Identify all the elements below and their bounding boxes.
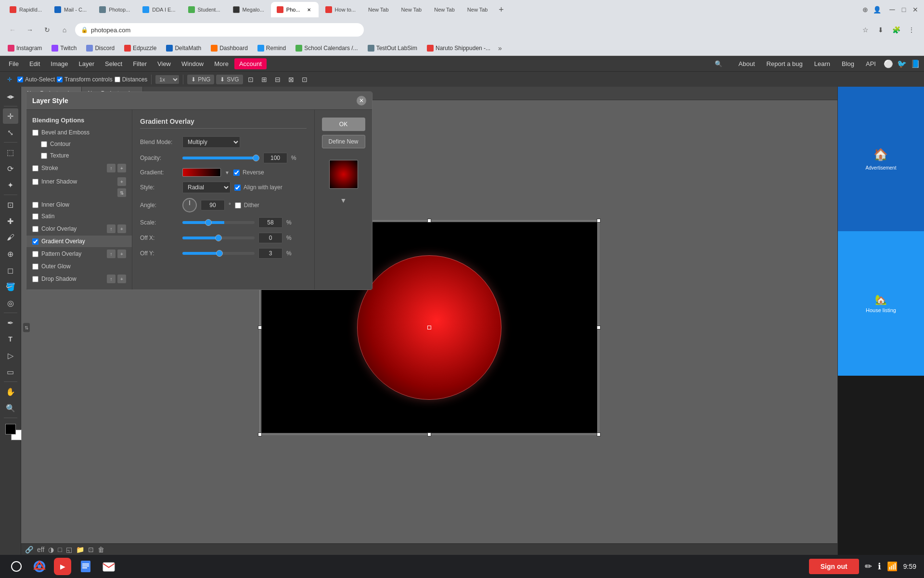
bookmark-edpuzzle[interactable]: Edpuzzle [120,44,160,53]
close-btn[interactable]: ✕ [911,5,920,14]
shape-tool[interactable]: ▭ [3,364,18,380]
contour-item[interactable]: Contour [26,138,132,150]
home-btn[interactable]: ⌂ [58,23,71,37]
style-select[interactable]: Radial Linear Angle Reflected Diamond [182,182,231,193]
heal-tool[interactable]: ✚ [3,213,18,229]
transform-controls-checkbox[interactable]: Transform controls [57,76,113,83]
bookmark-btn[interactable]: ☆ [859,23,872,37]
crop-tool[interactable]: ⊡ [3,197,18,212]
pattern-overlay-up-btn[interactable]: ↑ [107,250,116,258]
align-top-btn[interactable]: ⊠ [285,74,297,85]
gradient-picker[interactable] [182,168,221,177]
opacity-slider[interactable] [182,157,259,159]
more-btn[interactable]: ⋮ [905,23,918,37]
tab-notion[interactable]: Megalo... [227,2,270,17]
handle-bm[interactable] [427,433,431,436]
tab-dda[interactable]: DDA I E... [137,2,181,17]
facebook-icon[interactable]: 📘 [911,59,920,68]
mask-icon[interactable]: ◱ [66,546,72,553]
color-overlay-check[interactable] [32,226,38,232]
offy-slider[interactable] [182,252,255,255]
menu-file[interactable]: File [4,58,24,69]
blend-mode-select[interactable]: Multiply Normal Screen Overlay [182,136,240,148]
preview-dropdown-icon[interactable]: ▼ [340,197,347,204]
inner-shadow-reorder-btn[interactable]: ⇅ [117,188,126,197]
profile-btn[interactable]: 👤 [872,5,882,14]
menu-about[interactable]: About [735,58,759,69]
bookmark-school-cal[interactable]: School Calendars /... [292,44,361,53]
tab-rapidid[interactable]: RapidId... [4,2,48,17]
chrome-taskbar-icon[interactable] [31,558,48,575]
offy-input[interactable] [258,248,282,259]
move-tool[interactable]: ✛ [3,108,18,124]
menu-filter[interactable]: Filter [128,58,152,69]
menu-window[interactable]: Window [177,58,208,69]
auto-select-checkbox[interactable]: Auto-Select [17,76,55,83]
satin-item[interactable]: Satin [26,210,132,222]
effect-icon[interactable]: eff [37,546,44,553]
delete-icon[interactable]: 🗑 [98,546,104,553]
handle-br[interactable] [597,433,601,436]
bookmark-twitch[interactable]: Twitch [48,44,80,53]
extensions-btn[interactable]: ⊕ [860,5,870,14]
twitter-icon[interactable]: 🐦 [897,59,907,68]
outer-glow-check[interactable] [32,263,38,270]
pattern-overlay-add-btn[interactable]: + [117,250,126,258]
handle-tm[interactable] [427,219,431,223]
menu-report-bug[interactable]: Report a bug [763,58,807,69]
tab-mail[interactable]: Mail - C... [49,2,92,17]
fg-color-swatch[interactable] [5,424,16,434]
ok-button[interactable]: OK [322,118,365,131]
minimize-btn[interactable]: ─ [887,5,897,14]
layer-icon[interactable]: □ [58,546,62,553]
stroke-item[interactable]: Stroke ↑ + [26,161,132,175]
reload-btn[interactable]: ↻ [40,23,54,37]
bookmark-deltamath[interactable]: DeltaMath [162,44,205,53]
expand-panel-btn[interactable]: ◀▶ [3,89,18,104]
opacity-input[interactable] [263,153,287,163]
hand-tool[interactable]: ✋ [3,384,18,399]
sign-out-button[interactable]: Sign out [809,559,859,574]
handle-ml[interactable] [258,326,262,329]
eraser-tool[interactable]: ◻ [3,263,18,278]
outer-glow-item[interactable]: Outer Glow [26,261,132,272]
search-icon[interactable]: 🔍 [713,58,724,69]
tab-youtube[interactable]: How to... [320,2,361,17]
marquee-tool[interactable]: ⬚ [3,144,18,160]
inner-glow-item[interactable]: Inner Glow [26,199,132,210]
menu-api[interactable]: API [862,58,880,69]
group-icon[interactable]: ⊡ [88,546,94,553]
drop-shadow-up-btn[interactable]: ↑ [107,275,116,283]
menu-edit[interactable]: Edit [25,58,45,69]
maximize-btn[interactable]: □ [899,5,909,14]
svg-export-btn[interactable]: ⬇ SVG [216,75,243,84]
handle-bl[interactable] [258,433,262,436]
handle-tr[interactable] [597,219,601,223]
offx-input[interactable] [258,233,282,243]
new-tab-button[interactable]: + [494,3,508,16]
zoom-tool[interactable]: 🔍 [3,400,18,416]
offx-slider[interactable] [182,236,255,239]
menu-view[interactable]: View [153,58,176,69]
color-overlay-add-btn[interactable]: + [117,224,126,233]
png-export-btn[interactable]: ⬇ PNG [187,75,214,84]
handle-mr[interactable] [597,326,601,329]
clone-tool[interactable]: ⊕ [3,246,18,262]
forward-btn[interactable]: → [23,23,37,37]
bevel-emboss-item[interactable]: Bevel and Emboss [26,127,132,138]
scroll-indicator[interactable]: ⇅ [23,323,30,332]
transform-tool[interactable]: ⤡ [3,125,18,140]
color-overlay-item[interactable]: Color Overlay ↑ + [26,222,132,236]
menu-select[interactable]: Select [100,58,127,69]
tab-new3[interactable]: New Tab [428,2,461,17]
menu-more[interactable]: More [209,58,233,69]
extensions-icon[interactable]: 🧩 [889,23,903,37]
inner-shadow-check[interactable] [32,179,38,185]
bevel-emboss-check[interactable] [32,130,38,136]
stroke-add-btn[interactable]: + [117,164,126,172]
bookmark-dashboard[interactable]: Dashboard [207,44,252,53]
bookmark-remind[interactable]: Remind [254,44,290,53]
bookmark-testout[interactable]: TestOut LabSim [364,44,421,53]
drop-shadow-check[interactable] [32,276,38,282]
drop-shadow-add-btn[interactable]: + [117,275,126,283]
